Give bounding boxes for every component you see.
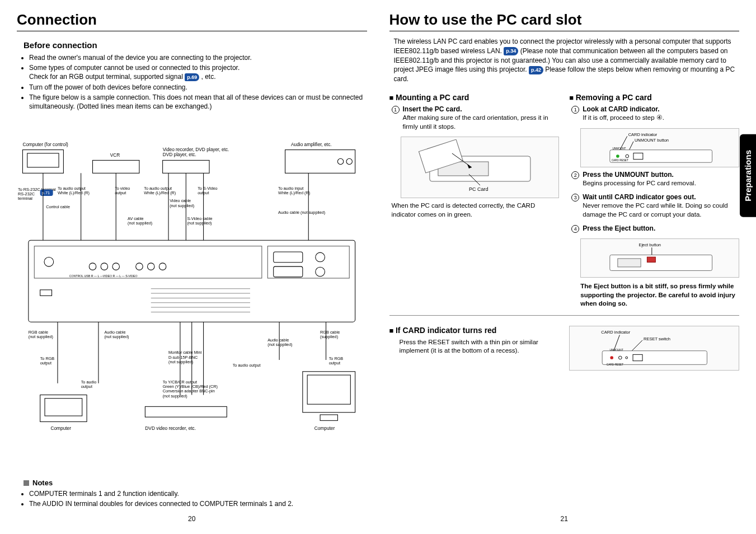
svg-text:UNMOUNT button: UNMOUNT button xyxy=(635,137,669,142)
note-item: The AUDIO IN terminal doubles for device… xyxy=(29,499,367,508)
svg-text:(not supplied): (not supplied) xyxy=(170,203,194,208)
svg-text:UNMOUNT: UNMOUNT xyxy=(613,147,626,149)
svg-text:White (L)/Red (R): White (L)/Red (R) xyxy=(58,190,90,195)
divider xyxy=(389,315,740,316)
section-tab: Preparations xyxy=(740,134,756,217)
notes-list: COMPUTER terminals 1 and 2 function iden… xyxy=(29,489,367,509)
svg-rect-122 xyxy=(618,259,641,267)
svg-text:(supplied): (supplied) xyxy=(320,334,338,339)
pc-card-diagram: PC Card xyxy=(401,137,560,198)
label: Computer (for control) xyxy=(22,142,68,147)
svg-text:Eject button: Eject button xyxy=(639,242,661,247)
step-title: Press the Eject button. xyxy=(583,224,655,232)
step-title: Press the UNMOUNT button. xyxy=(583,171,674,179)
before-heading: Before connection xyxy=(24,40,367,50)
svg-rect-4 xyxy=(163,161,209,174)
eject-diagram: Eject button xyxy=(580,238,739,278)
svg-text:(not supplied): (not supplied) xyxy=(128,221,152,226)
card-indicator-diagram: CARD indicator UNMOUNT button UNMOUNT CA… xyxy=(580,128,739,167)
right-page: How to use the PC card slot The wireless… xyxy=(389,11,740,523)
step-number-icon: 1 xyxy=(392,106,400,114)
svg-text:CONTROL   USB        R — L —VI: CONTROL USB R — L —VIDEO R — L — S-VIDEO xyxy=(69,274,138,278)
step-body: Never remove the PC card while lit. Doin… xyxy=(583,202,739,219)
svg-rect-92 xyxy=(40,395,87,422)
svg-text:UNMOUNT: UNMOUNT xyxy=(610,348,623,351)
svg-text:(not supplied): (not supplied) xyxy=(163,394,187,399)
svg-rect-97 xyxy=(303,372,355,413)
svg-text:Computer: Computer xyxy=(314,425,335,431)
red-heading: If CARD indicator turns red xyxy=(389,326,560,335)
svg-text:(not supplied): (not supplied) xyxy=(104,334,129,339)
mounting-heading: Mounting a PC card xyxy=(389,93,560,102)
step-number-icon: 1 xyxy=(571,106,579,114)
left-title: Connection xyxy=(17,11,367,31)
note-item: COMPUTER terminals 1 and 2 function iden… xyxy=(29,489,367,498)
svg-rect-2 xyxy=(93,161,139,174)
svg-text:CARD    RESET: CARD RESET xyxy=(612,159,628,162)
step-body: Begins processing for PC card removal. xyxy=(583,179,739,188)
step-number-icon: 2 xyxy=(571,171,579,179)
bullet: The figure below is a sample connection.… xyxy=(29,93,367,111)
svg-text:VCR: VCR xyxy=(110,152,120,158)
svg-text:(not supplied): (not supplied) xyxy=(29,334,53,339)
svg-rect-7 xyxy=(285,150,355,174)
svg-text:(not supplied): (not supplied) xyxy=(168,359,193,364)
svg-text:DVD player, etc.: DVD player, etc. xyxy=(163,152,196,157)
svg-rect-41 xyxy=(29,240,355,322)
svg-text:Control cable: Control cable xyxy=(46,204,70,209)
svg-text:(not supplied): (not supplied) xyxy=(267,342,292,347)
svg-text:terminal: terminal xyxy=(18,196,32,201)
svg-text:(not supplied): (not supplied) xyxy=(187,221,212,226)
reset-diagram: CARD indicator RESET switch UNMOUNT CARD… xyxy=(569,326,739,371)
svg-text:Computer: Computer xyxy=(50,425,71,431)
removing-heading: Removing a PC card xyxy=(569,93,739,102)
step-title: Insert the PC card. xyxy=(403,105,462,113)
svg-text:To audio output: To audio output xyxy=(233,363,261,368)
step-number-icon: 4 xyxy=(571,225,579,233)
svg-rect-95 xyxy=(145,406,227,417)
svg-text:White (L)/Red (R): White (L)/Red (R) xyxy=(144,190,176,195)
red-indicator-column: If CARD indicator turns red Press the RE… xyxy=(389,322,560,374)
red-diagram-column: CARD indicator RESET switch UNMOUNT CARD… xyxy=(569,322,739,374)
step-body: After making sure of the card orientatio… xyxy=(403,114,560,131)
svg-text:output: output xyxy=(329,360,340,366)
svg-point-113 xyxy=(616,154,619,158)
svg-text:output: output xyxy=(81,384,92,389)
svg-point-128 xyxy=(611,356,614,359)
eject-warning: The Eject button is a bit stiff, so pres… xyxy=(580,282,739,308)
removing-column: Removing a PC card 1Look at CARD indicat… xyxy=(569,90,739,308)
step-title: Look at CARD indicator. xyxy=(583,105,659,113)
page-ref-icon: p.42 xyxy=(529,66,543,74)
left-page-number: 20 xyxy=(188,515,195,523)
step-title: Wait until CARD indicator goes out. xyxy=(583,193,696,201)
before-bullets: Read the owner's manual of the device yo… xyxy=(29,53,367,112)
connection-diagram: Computer (for control) VCR Video recorde… xyxy=(17,121,367,471)
svg-text:Audio cable (not supplied): Audio cable (not supplied) xyxy=(278,210,325,215)
mount-detected-text: When the PC card is detected correctly, … xyxy=(392,202,560,219)
svg-text:DVD video recorder, etc.: DVD video recorder, etc. xyxy=(145,425,196,431)
svg-text:RESET switch: RESET switch xyxy=(644,336,670,341)
svg-text:Audio amplifier, etc.: Audio amplifier, etc. xyxy=(291,142,332,147)
notes-heading: Notes xyxy=(24,479,367,487)
step-number-icon: 3 xyxy=(571,194,579,202)
svg-text:output: output xyxy=(115,190,126,195)
bullet: Some types of computer cannot be used or… xyxy=(29,63,367,81)
left-page: Connection Before connection Read the ow… xyxy=(17,11,367,523)
pc-card-intro: The wireless LAN PC card enables you to … xyxy=(394,37,740,84)
red-body: Press the RESET switch with a thin pin o… xyxy=(400,338,560,355)
svg-rect-127 xyxy=(602,350,707,364)
svg-rect-121 xyxy=(647,257,656,262)
page-ref-icon: p.69 xyxy=(185,73,199,81)
step-body: If it is off, proceed to step ④. xyxy=(583,114,739,123)
svg-rect-1 xyxy=(27,153,59,167)
svg-text:White (L)/Red (R): White (L)/Red (R) xyxy=(278,190,310,195)
right-title: How to use the PC card slot xyxy=(389,11,740,31)
svg-text:CARD indicator: CARD indicator xyxy=(602,330,631,335)
right-page-number: 21 xyxy=(561,515,568,523)
svg-text:PC Card: PC Card xyxy=(468,186,488,192)
bullet: Read the owner's manual of the device yo… xyxy=(29,53,367,62)
mounting-column: Mounting a PC card 1 Insert the PC card.… xyxy=(389,90,560,308)
svg-rect-99 xyxy=(320,415,337,420)
svg-text:output: output xyxy=(40,360,51,366)
page-ref-icon: p.34 xyxy=(504,47,518,55)
